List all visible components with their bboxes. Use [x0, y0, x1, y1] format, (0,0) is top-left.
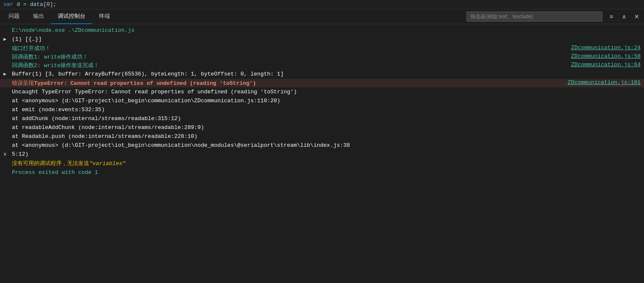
list-item: at Readable.push (node:internal/streams/…: [0, 132, 644, 141]
process-exit-message: Process exited with code 1: [12, 168, 641, 177]
list-item: at <anonymous> (d:\GIT-project\iot_begin…: [0, 96, 644, 105]
stack-trace-6: at <anonymous> (d:\GIT-project\iot_begin…: [12, 141, 641, 149]
array-output: (1) [{…}]: [12, 35, 641, 43]
log-callback1: 回调函数1: write操作成功！: [12, 53, 564, 61]
stack-trace-5: at Readable.push (node:internal/streams/…: [12, 132, 641, 140]
error-left: 错误呈现TypeError: Cannot read properties of…: [3, 79, 561, 87]
code-hint-index: [0];: [43, 1, 56, 8]
stack-trace-3: at addChunk (node:internal/streams/reada…: [12, 115, 641, 123]
code-hint-keyword: var: [3, 1, 13, 8]
error-prefix-text: 错误呈现: [12, 80, 34, 87]
line-prefix: [3, 160, 12, 160]
log-callback2: 回调函数2: write操作发送完成！: [12, 62, 564, 69]
tab-problems[interactable]: 问题: [2, 9, 26, 24]
list-item[interactable]: ▶ (1) [{…}]: [0, 35, 644, 44]
filter-input[interactable]: [466, 11, 602, 22]
log-left: 回调函数1: write操作成功！: [3, 53, 564, 61]
list-item: 回调函数2: write操作发送完成！ ZDcommunication.js:6…: [0, 61, 644, 70]
line-prefix: [3, 45, 12, 45]
list-item: Process exited with code 1: [0, 168, 644, 177]
code-hint-var: d: [17, 1, 20, 8]
list-item: at addChunk (node:internal/streams/reada…: [0, 114, 644, 123]
filter-container: [466, 11, 602, 22]
error-message: 错误呈现TypeError: Cannot read properties of…: [12, 79, 561, 87]
expand-arrow-icon[interactable]: ▶: [3, 70, 12, 78]
line-prefix: [3, 79, 12, 80]
console-output: E:\node\node.exe .\ZDcommunication.js ▶ …: [0, 24, 644, 283]
stack-trace-2: at emit (node:events:532:35): [12, 106, 641, 114]
list-item: 错误呈现TypeError: Cannot read properties of…: [0, 79, 644, 87]
line-prefix: [3, 88, 12, 88]
list-item: ∨ 5:12): [0, 150, 644, 159]
close-button[interactable]: ✕: [631, 11, 642, 22]
log-left: 端口打开成功！: [3, 45, 564, 52]
list-item[interactable]: ▶ Buffer(1) [3, buffer: ArrayBuffer(6553…: [0, 70, 644, 79]
line-prefix: [3, 26, 12, 27]
stack-trace-1: at <anonymous> (d:\GIT-project\iot_begin…: [12, 97, 641, 105]
uncaught-error: Uncaught TypeError TypeError: Cannot rea…: [12, 88, 641, 96]
list-item: 没有可用的调试程序，无法发送"variables": [0, 159, 644, 168]
tab-output[interactable]: 输出: [26, 9, 51, 24]
list-item: at <anonymous> (d:\GIT-project\iot_begin…: [0, 141, 644, 150]
line-prefix: [3, 53, 12, 53]
line-prefix: [3, 62, 12, 62]
code-hint-bar: var d = data[0];: [0, 0, 644, 9]
buffer-output: Buffer(1) [3, buffer: ArrayBuffer(65536)…: [12, 70, 641, 78]
list-item: at readableAddChunk (node:internal/strea…: [0, 123, 644, 132]
stack-trace-6-cont: 5:12): [12, 150, 641, 158]
list-item: 回调函数1: write操作成功！ ZDcommunication.js:58: [0, 53, 644, 61]
warning-message: 没有可用的调试程序，无法发送"variables": [12, 160, 641, 168]
list-item: at emit (node:events:532:35): [0, 105, 644, 114]
collapse-button[interactable]: ∧: [619, 11, 630, 22]
toolbar-icons: ≡ ∧ ✕: [606, 11, 642, 22]
error-type: TypeError: Cannot read properties of und…: [34, 80, 256, 87]
code-hint-data: data: [30, 1, 43, 8]
tab-bar: 问题 输出 调试控制台 终端 ≡ ∧ ✕: [0, 9, 644, 24]
list-item: E:\node\node.exe .\ZDcommunication.js: [0, 26, 644, 35]
line-prefix-collapse[interactable]: ∨: [3, 150, 12, 159]
command-line: E:\node\node.exe .\ZDcommunication.js: [12, 26, 641, 34]
source-link-4[interactable]: ZDcommunication.js:101: [561, 79, 641, 86]
expand-arrow-icon[interactable]: ▶: [3, 35, 12, 44]
source-link-3[interactable]: ZDcommunication.js:64: [564, 62, 641, 68]
log-port-open: 端口打开成功！: [12, 45, 564, 52]
stack-trace-4: at readableAddChunk (node:internal/strea…: [12, 123, 641, 132]
source-link-1[interactable]: ZDcommunication.js:24: [564, 45, 641, 51]
menu-icon-button[interactable]: ≡: [606, 11, 617, 22]
code-hint-equals: =: [23, 1, 27, 8]
source-link-2[interactable]: ZDcommunication.js:58: [564, 53, 641, 59]
list-item: Uncaught TypeError TypeError: Cannot rea…: [0, 87, 644, 96]
log-left: 回调函数2: write操作发送完成！: [3, 62, 564, 69]
line-prefix: [3, 168, 12, 169]
tab-terminal[interactable]: 终端: [92, 9, 117, 24]
tab-debug-console[interactable]: 调试控制台: [51, 9, 92, 24]
panel-container: var d = data[0]; 问题 输出 调试控制台 终端 ≡ ∧ ✕ E:…: [0, 0, 644, 283]
list-item: 端口打开成功！ ZDcommunication.js:24: [0, 44, 644, 53]
